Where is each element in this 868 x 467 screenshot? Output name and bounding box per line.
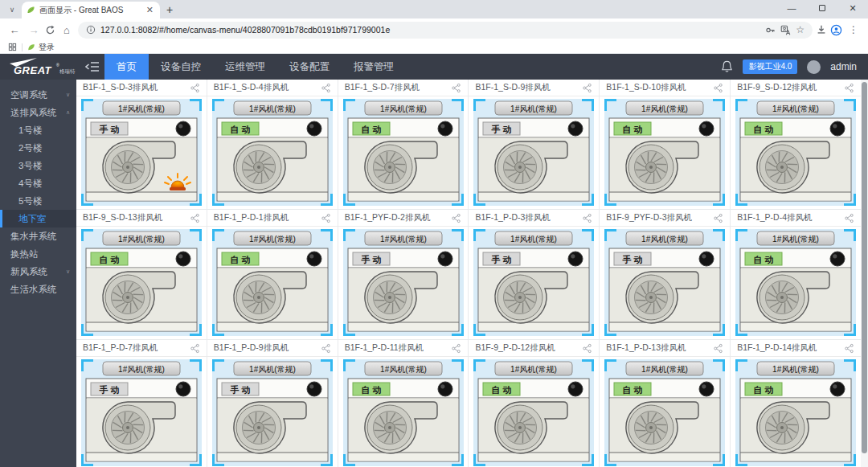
device-card-title: B1F-1_P-D-1排风机 (214, 212, 321, 223)
home-icon[interactable]: ⌂ (59, 24, 75, 36)
fan-device[interactable]: 1#风机(常规) 手 动 (473, 99, 594, 206)
nav-item-1[interactable]: 设备自控 (149, 54, 213, 80)
share-icon[interactable] (321, 343, 331, 354)
share-icon[interactable] (582, 213, 592, 223)
share-icon[interactable] (451, 213, 461, 223)
nav-item-4[interactable]: 报警管理 (342, 54, 406, 80)
fan-device[interactable]: 1#风机(常规) 自 动 (343, 359, 464, 466)
share-icon[interactable] (582, 343, 592, 354)
fan-device[interactable]: 1#风机(常规) 自 动 (735, 99, 856, 206)
svg-text:手 动: 手 动 (491, 125, 512, 134)
share-icon[interactable] (321, 83, 331, 93)
fan-device[interactable]: 1#风机(常规) 手 动 (212, 359, 333, 466)
apps-grid-icon[interactable] (8, 43, 17, 51)
svg-text:1#风机(常规): 1#风机(常规) (249, 104, 296, 113)
share-icon[interactable] (190, 213, 200, 223)
sidebar-item-8[interactable]: 集水井系统 (0, 227, 76, 245)
svg-text:自 动: 自 动 (99, 255, 119, 264)
selection-bracket-icon (81, 359, 93, 371)
window-restore-button[interactable] (807, 0, 837, 18)
fan-device[interactable]: 1#风机(常规) 自 动 (212, 99, 333, 206)
selection-bracket-icon (473, 454, 485, 466)
browser-menu-icon[interactable]: ⋮ (845, 24, 862, 35)
share-icon[interactable] (844, 343, 854, 354)
device-card: B1F-1_S-D-9排风机 1#风机(常规) (469, 80, 599, 209)
device-card-title: B1F-1_S-D-3排风机 (83, 82, 190, 93)
bell-icon[interactable] (721, 60, 733, 73)
share-icon[interactable] (713, 83, 723, 93)
svg-text:自 动: 自 动 (623, 125, 643, 134)
fan-device[interactable]: 1#风机(常规) 自 动 (81, 229, 202, 336)
fan-device[interactable]: 1#风机(常规) 自 动 (473, 359, 594, 466)
window-minimize-button[interactable]: — (776, 0, 807, 18)
tab-search-chevron-icon[interactable]: ∨ (6, 4, 18, 15)
nav-item-3[interactable]: 设备配置 (277, 54, 342, 80)
sidebar-item-7[interactable]: 地下室 (0, 210, 76, 227)
fan-device[interactable]: 1#风机(常规) 手 动 (81, 359, 202, 466)
selection-bracket-icon (604, 324, 616, 336)
forward-icon[interactable]: → (26, 24, 42, 36)
window-close-button[interactable]: ✕ (837, 0, 868, 18)
svg-text:自 动: 自 动 (361, 125, 381, 134)
fan-device[interactable]: 1#风机(常规) 手 动 (81, 99, 202, 206)
profile-avatar-icon[interactable] (830, 24, 842, 36)
password-key-icon[interactable] (765, 25, 776, 35)
download-icon[interactable] (816, 24, 827, 35)
new-tab-button[interactable]: + (166, 3, 173, 16)
device-card: B1F-1_P-D-3排风机 1#风机(常规) (469, 210, 599, 339)
run-indicator-light (699, 121, 714, 136)
nav-item-2[interactable]: 运维管理 (213, 54, 277, 80)
selection-bracket-icon (452, 99, 464, 111)
fan-device[interactable]: 1#风机(常规) 自 动 (735, 229, 856, 336)
selection-bracket-icon (604, 194, 616, 206)
bookmark-item-login[interactable]: 登录 (27, 42, 55, 53)
sidebar-fold-icon[interactable] (85, 61, 100, 72)
sidebar-item-3[interactable]: 2号楼 (0, 139, 76, 157)
sidebar-item-1[interactable]: 送排风系统 ∧ (0, 104, 76, 121)
sidebar-item-6[interactable]: 5号楼 (0, 192, 76, 210)
tab-close-icon[interactable]: ✕ (145, 6, 155, 14)
share-icon[interactable] (321, 213, 331, 223)
share-icon[interactable] (190, 83, 200, 93)
selection-bracket-icon (844, 194, 856, 206)
fan-device[interactable]: 1#风机(常规) 手 动 (343, 229, 464, 336)
selection-bracket-icon (321, 454, 333, 466)
reload-icon[interactable] (45, 25, 55, 35)
translate-icon[interactable] (780, 25, 791, 35)
nav-item-0[interactable]: 首页 (104, 54, 149, 80)
share-icon[interactable] (713, 213, 723, 223)
svg-text:®: ® (56, 63, 59, 68)
share-icon[interactable] (844, 213, 854, 223)
scrollbar-thumb[interactable] (862, 82, 867, 453)
user-avatar[interactable] (807, 60, 821, 74)
fan-device[interactable]: 1#风机(常规) 自 动 (212, 229, 333, 336)
sidebar-item-2[interactable]: 1号楼 (0, 121, 76, 139)
url-input[interactable]: 127.0.0.1:8082/#/home/canvas-menu/402880… (78, 22, 813, 39)
fan-device[interactable]: 1#风机(常规) 手 动 (473, 229, 594, 336)
sidebar-item-5[interactable]: 4号楼 (0, 174, 76, 192)
fan-device[interactable]: 1#风机(常规) 自 动 (604, 359, 725, 466)
selection-bracket-icon (582, 229, 594, 241)
fan-device[interactable]: 1#风机(常规) 自 动 (735, 359, 856, 466)
username[interactable]: admin (830, 61, 857, 72)
fan-device[interactable]: 1#风机(常规) 自 动 (604, 99, 725, 206)
selection-bracket-icon (844, 454, 856, 466)
share-icon[interactable] (713, 343, 723, 354)
sidebar-item-9[interactable]: 换热站 (0, 245, 76, 263)
share-icon[interactable] (844, 83, 854, 93)
share-icon[interactable] (451, 83, 461, 93)
fan-device[interactable]: 1#风机(常规) 自 动 (343, 99, 464, 206)
share-icon[interactable] (190, 343, 200, 354)
share-icon[interactable] (582, 83, 592, 93)
sidebar-item-11[interactable]: 生活水系统 (0, 281, 76, 298)
bookmark-star-icon[interactable]: ☆ (796, 24, 805, 35)
scrollbar-track[interactable] (861, 80, 868, 467)
site-info-icon[interactable] (86, 25, 96, 35)
sidebar-item-0[interactable]: 空调系统 ∨ (0, 86, 76, 104)
back-icon[interactable]: ← (6, 24, 23, 36)
sidebar-item-10[interactable]: 新风系统 ∨ (0, 263, 76, 281)
browser-tab[interactable]: 画面显示 - Great BAOS ✕ (22, 2, 160, 18)
fan-device[interactable]: 1#风机(常规) 手 动 (604, 229, 725, 336)
share-icon[interactable] (451, 343, 461, 354)
sidebar-item-4[interactable]: 3号楼 (0, 157, 76, 174)
